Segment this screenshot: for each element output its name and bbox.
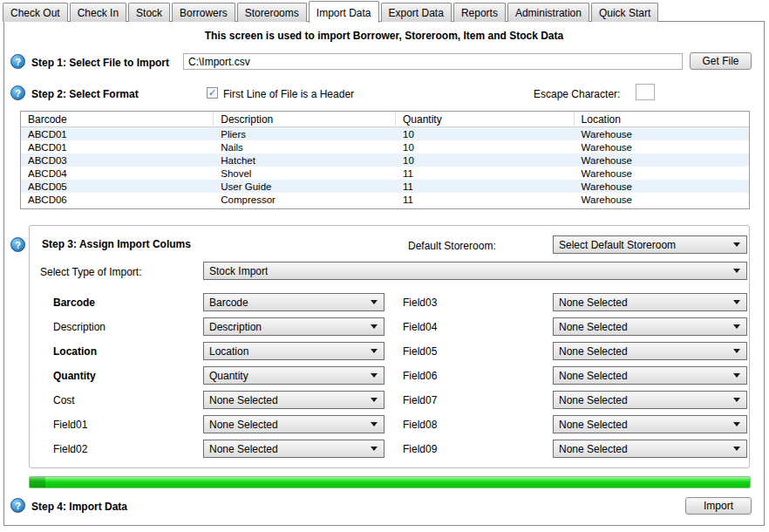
mapping-label-field02: Field02 — [53, 443, 87, 455]
step4-help-icon[interactable]: ? — [10, 498, 25, 513]
mapping-dropdown-description[interactable]: Description — [203, 317, 384, 336]
mapping-label-barcode: Barcode — [53, 297, 95, 309]
mapping-dropdown-location[interactable]: Location — [203, 342, 384, 360]
mapping-dropdown-field07[interactable]: None Selected — [553, 391, 747, 409]
tab-check-out[interactable]: Check Out — [3, 3, 68, 22]
import-preview-table: Barcode Description Quantity Location AB… — [20, 111, 750, 209]
import-data-panel: This screen is used to import Borrower, … — [3, 21, 765, 526]
chevron-down-icon — [733, 422, 740, 426]
import-type-value: Stock Import — [209, 265, 268, 277]
mapping-label-field08: Field08 — [403, 419, 437, 431]
cell-description: Pliers — [214, 127, 396, 140]
column-header-quantity[interactable]: Quantity — [396, 112, 575, 126]
step1-label: Step 1: Select File to Import — [31, 57, 169, 69]
import-progress-bar — [29, 476, 751, 488]
step4-label: Step 4: Import Data — [31, 501, 127, 513]
mapping-dropdown-field06[interactable]: None Selected — [553, 366, 747, 385]
mapping-dropdown-barcode[interactable]: Barcode — [203, 293, 384, 311]
tab-administration[interactable]: Administration — [507, 3, 589, 22]
chevron-down-icon — [371, 373, 378, 378]
step2-help-icon[interactable]: ? — [10, 85, 25, 100]
mapping-value: None Selected — [559, 297, 628, 309]
table-row[interactable]: ABCD03 Hatchet 10 Warehouse — [21, 153, 749, 167]
tab-export-data[interactable]: Export Data — [381, 3, 452, 22]
mapping-label-description: Description — [53, 321, 105, 333]
mapping-dropdown-field01[interactable]: None Selected — [203, 415, 384, 433]
tab-import-data[interactable]: Import Data — [309, 1, 379, 23]
import-file-path-input[interactable] — [183, 53, 683, 70]
cell-location: Warehouse — [575, 180, 749, 193]
column-header-location[interactable]: Location — [575, 112, 749, 126]
cell-quantity: 11 — [396, 193, 575, 206]
get-file-button[interactable]: Get File — [690, 52, 752, 70]
tab-quick-start[interactable]: Quick Start — [591, 3, 658, 22]
tab-stock[interactable]: Stock — [128, 3, 170, 22]
mapping-value: Quantity — [209, 370, 248, 382]
cell-barcode: ABCD01 — [21, 140, 214, 153]
table-row[interactable]: ABCD06 Compressor 11 Warehouse — [21, 193, 749, 206]
mapping-label-field01: Field01 — [53, 419, 87, 431]
tab-reports[interactable]: Reports — [453, 3, 506, 22]
chevron-down-icon — [371, 398, 378, 402]
table-row[interactable]: ABCD04 Shovel 11 Warehouse — [21, 167, 749, 180]
cell-location: Warehouse — [575, 193, 749, 206]
mapping-value: None Selected — [559, 345, 628, 358]
mapping-value: None Selected — [559, 394, 628, 406]
table-row[interactable]: ABCD01 Nails 10 Warehouse — [21, 140, 749, 153]
escape-character-input[interactable] — [636, 84, 655, 100]
mapping-label-location: Location — [53, 345, 97, 358]
cell-quantity: 10 — [396, 140, 575, 153]
chevron-down-icon — [733, 242, 740, 247]
mapping-dropdown-quantity[interactable]: Quantity — [203, 366, 384, 385]
column-header-barcode[interactable]: Barcode — [21, 112, 214, 126]
cell-description: User Guide — [214, 180, 396, 193]
cell-location: Warehouse — [575, 140, 749, 153]
mapping-label-field06: Field06 — [403, 370, 437, 382]
default-storeroom-value: Select Default Storeroom — [559, 239, 676, 251]
mapping-dropdown-field05[interactable]: None Selected — [553, 342, 747, 360]
mapping-value: Description — [209, 321, 262, 333]
chevron-down-icon — [733, 447, 740, 451]
default-storeroom-label: Default Storeroom: — [408, 240, 496, 252]
chevron-down-icon — [733, 269, 740, 273]
table-header-row: Barcode Description Quantity Location — [21, 112, 749, 127]
tab-storerooms[interactable]: Storerooms — [237, 3, 307, 22]
mapping-value: None Selected — [559, 370, 628, 382]
mapping-value: None Selected — [559, 321, 628, 333]
chevron-down-icon — [371, 349, 378, 353]
chevron-down-icon — [733, 398, 740, 402]
escape-character-label: Escape Character: — [534, 88, 620, 100]
chevron-down-icon — [733, 324, 740, 329]
table-row[interactable]: ABCD01 Pliers 10 Warehouse — [21, 127, 749, 140]
table-row[interactable]: ABCD05 User Guide 11 Warehouse — [21, 180, 749, 193]
mapping-dropdown-field09[interactable]: None Selected — [553, 440, 747, 458]
step1-help-icon[interactable]: ? — [10, 54, 25, 69]
mapping-value: None Selected — [559, 419, 628, 431]
mapping-dropdown-field04[interactable]: None Selected — [553, 317, 747, 336]
column-header-description[interactable]: Description — [214, 112, 396, 126]
mapping-label-cost: Cost — [53, 394, 75, 406]
cell-quantity: 10 — [396, 153, 575, 167]
chevron-down-icon — [371, 324, 378, 329]
cell-description: Compressor — [214, 193, 396, 206]
tab-borrowers[interactable]: Borrowers — [172, 3, 235, 22]
step3-help-icon[interactable]: ? — [10, 237, 25, 252]
first-line-header-checkbox[interactable]: ✓ — [207, 87, 218, 99]
import-button[interactable]: Import — [685, 497, 752, 515]
import-type-dropdown[interactable]: Stock Import — [203, 262, 747, 280]
mapping-dropdown-cost[interactable]: None Selected — [203, 391, 384, 409]
cell-quantity: 10 — [396, 127, 575, 140]
cell-quantity: 11 — [396, 180, 575, 193]
mapping-dropdown-field02[interactable]: None Selected — [203, 440, 384, 458]
default-storeroom-dropdown[interactable]: Select Default Storeroom — [553, 235, 747, 254]
mapping-value: Location — [209, 345, 248, 358]
chevron-down-icon — [371, 447, 378, 451]
cell-description: Hatchet — [214, 153, 396, 167]
mapping-dropdown-field03[interactable]: None Selected — [553, 293, 747, 311]
mapping-label-field09: Field09 — [403, 443, 437, 455]
cell-barcode: ABCD03 — [21, 153, 214, 167]
mapping-value: None Selected — [209, 394, 278, 406]
cell-barcode: ABCD01 — [21, 127, 214, 140]
tab-check-in[interactable]: Check In — [70, 3, 126, 22]
mapping-dropdown-field08[interactable]: None Selected — [553, 415, 747, 433]
